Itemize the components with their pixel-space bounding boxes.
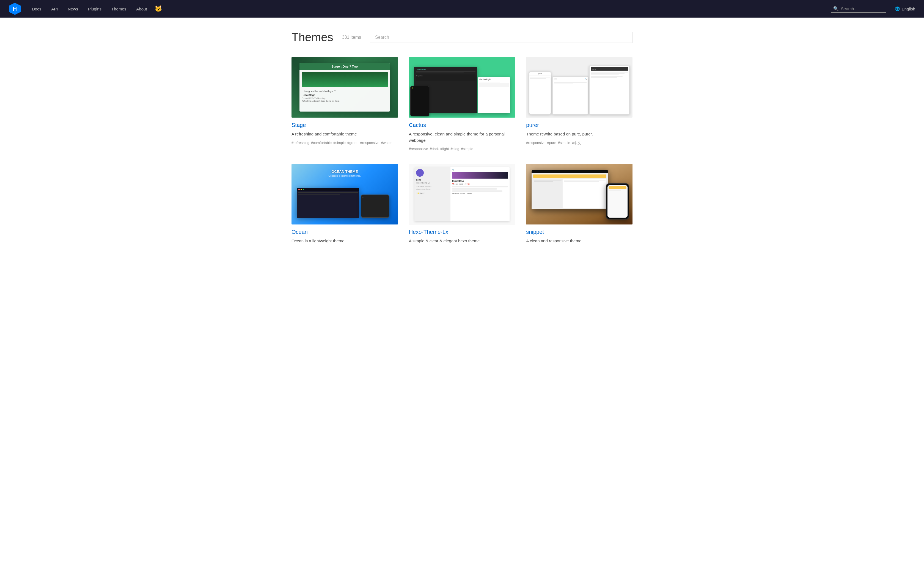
tag: #refreshing [291,141,309,145]
themes-grid: Stage : One ? Two How goes the world wit… [291,57,633,248]
nav-about-link[interactable]: About [132,5,151,13]
theme-name-hexolx[interactable]: Hexo-Theme-Lx [409,229,515,235]
theme-tags-cactus: #responsive #dark #light #blog #simple [409,147,515,151]
tag: #responsive [526,141,545,146]
tag: #simple [461,147,473,151]
theme-name-snippet[interactable]: snippet [526,229,633,235]
nav-news-link[interactable]: News [63,5,82,13]
item-count: 331 items [342,35,361,40]
globe-icon: 🌐 [895,6,900,11]
ocean-title: OCEAN THEME [331,169,358,174]
tag: #blog [451,147,459,151]
theme-card-ocean: OCEAN THEME Ocean is a lightweight theme… [291,164,398,248]
themes-header: Themes 331 items [291,31,633,44]
theme-desc-snippet: A clean and responsive theme [526,238,633,244]
themes-search-input[interactable] [370,32,633,43]
nav-docs-link[interactable]: Docs [27,5,46,13]
theme-desc-ocean: Ocean is a lightweight theme. [291,238,398,244]
hexolx-author: Leng [416,179,449,181]
nav-search-area: 🔍 [831,5,886,13]
theme-card-stage: Stage : One ? Two How goes the world wit… [291,57,398,151]
navbar: H Docs API News Plugins Themes About 🐱 🔍… [0,0,924,18]
theme-card-image-cactus[interactable]: Cactus Dark Properties Cactus Light [409,57,515,118]
search-icon: 🔍 [833,6,839,11]
language-selector[interactable]: 🌐 English [895,6,915,11]
theme-tags-stage: #refreshing #comfortable #simple #green … [291,141,398,145]
tag: #light [440,147,449,151]
nav-themes-link[interactable]: Themes [107,5,131,13]
theme-card-image-stage[interactable]: Stage : One ? Two How goes the world wit… [291,57,398,118]
tag: #simple [558,141,570,146]
tag: #comfortable [311,141,332,145]
theme-card-hexolx: Leng Hexo-Theme-Lx — A simple & clear & … [409,164,515,248]
tag: #pure [547,141,556,146]
language-label: English [902,6,915,11]
nav-api-link[interactable]: API [47,5,62,13]
nav-plugins-link[interactable]: Plugins [84,5,106,13]
tag: #responsive [360,141,379,145]
theme-name-cactus[interactable]: Cactus [409,122,515,128]
theme-card-image-hexolx[interactable]: Leng Hexo-Theme-Lx — A simple & clear & … [409,164,515,224]
theme-tags-purer: #responsive #pure #simple #中文 [526,141,633,146]
tag: #water [381,141,392,145]
nav-links: Docs API News Plugins Themes About 🐱 [27,3,829,15]
theme-card-cactus: Cactus Dark Properties Cactus Light [409,57,515,151]
nav-search-input[interactable] [841,6,884,11]
theme-card-image-snippet[interactable]: 🌟 [526,164,633,224]
theme-desc-stage: A refreshing and comfortable theme [291,131,398,137]
tag: #responsive [409,147,428,151]
tag: #simple [333,141,346,145]
tag: #green [347,141,358,145]
main-content: Themes 331 items Stage : One ? Two How g… [281,18,643,261]
theme-desc-purer: Theme rewrite based on pure, purer. [526,131,633,137]
tag: #中文 [572,141,581,146]
site-logo[interactable]: H [9,3,21,15]
theme-desc-hexolx: A simple & clear & elegant hexo theme [409,238,515,244]
ocean-subtitle: Ocean is a lightweight theme. [328,174,361,177]
cat-icon[interactable]: 🐱 [152,3,164,15]
theme-card-image-purer[interactable]: purer purer🔍 [526,57,633,118]
theme-card-purer: purer purer🔍 [526,57,633,151]
tag: #dark [430,147,439,151]
theme-card-image-ocean[interactable]: OCEAN THEME Ocean is a lightweight theme… [291,164,398,224]
theme-name-ocean[interactable]: Ocean [291,229,398,235]
hexolx-avatar [416,169,424,177]
stage-header-text: Stage : One ? Two [299,63,390,70]
page-title: Themes [291,31,333,44]
theme-name-purer[interactable]: purer [526,122,633,128]
theme-desc-cactus: A responsive, clean and simple theme for… [409,131,515,143]
theme-card-snippet: 🌟 [526,164,633,248]
theme-name-stage[interactable]: Stage [291,122,398,128]
